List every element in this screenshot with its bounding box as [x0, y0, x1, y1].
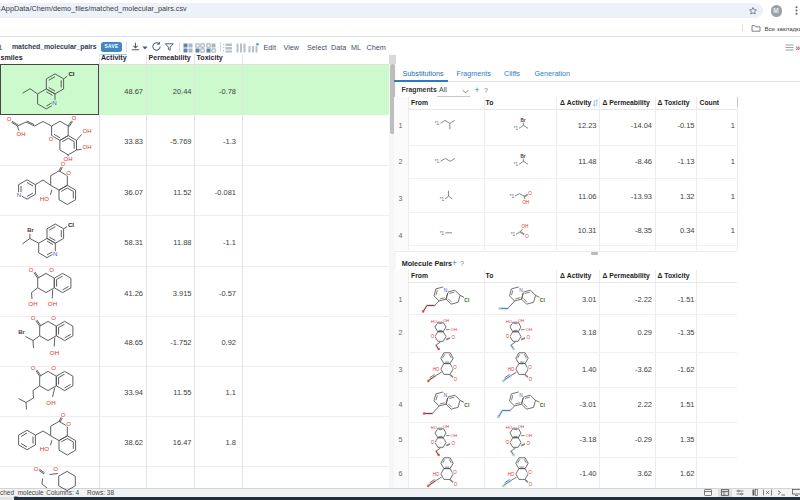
svg-text:N: N — [444, 393, 448, 398]
svg-text:Br: Br — [18, 329, 25, 335]
svg-text:OH: OH — [28, 300, 37, 307]
svg-text:Cl: Cl — [68, 221, 74, 228]
svg-text:O: O — [49, 267, 54, 273]
svg-text:O: O — [527, 441, 531, 446]
svg-text:HO: HO — [40, 195, 49, 202]
svg-text:O: O — [431, 334, 435, 339]
svg-text:*1: *1 — [435, 159, 440, 164]
svg-text:HO: HO — [508, 367, 515, 372]
svg-text:N: N — [444, 288, 448, 293]
svg-text:HO: HO — [431, 425, 438, 430]
svg-text:*1: *1 — [440, 197, 445, 202]
svg-text:OH: OH — [518, 424, 524, 429]
svg-text:Br: Br — [27, 227, 34, 233]
svg-text:HO: HO — [506, 425, 513, 430]
svg-text:N: N — [53, 250, 57, 257]
svg-text:N: N — [519, 288, 523, 293]
svg-text:OH: OH — [451, 433, 457, 438]
svg-text:O: O — [454, 377, 458, 382]
svg-text:OH: OH — [50, 349, 59, 356]
svg-text:O: O — [506, 440, 510, 445]
svg-text:O: O — [61, 161, 66, 167]
svg-text:*1: *1 — [514, 126, 519, 131]
svg-text:HO: HO — [433, 472, 440, 477]
svg-text:N: N — [519, 393, 523, 398]
svg-text:O: O — [506, 334, 510, 339]
svg-text:O: O — [453, 470, 457, 475]
svg-text:OH: OH — [523, 200, 530, 205]
svg-text:OH: OH — [17, 131, 26, 137]
svg-text:O: O — [29, 267, 34, 273]
svg-text:O: O — [528, 191, 532, 196]
svg-text:O: O — [31, 365, 36, 371]
svg-text:O: O — [61, 412, 66, 418]
svg-text:O: O — [454, 482, 458, 487]
svg-text:HO: HO — [433, 367, 440, 372]
svg-text:Cl: Cl — [540, 298, 546, 303]
svg-text:O: O — [72, 115, 77, 121]
svg-text:O: O — [7, 116, 12, 122]
svg-text:OH: OH — [443, 318, 449, 323]
svg-text:O: O — [53, 466, 58, 472]
svg-text:O: O — [525, 234, 529, 239]
svg-text:O: O — [528, 365, 532, 370]
svg-text:Cl: Cl — [464, 298, 470, 303]
svg-text:O: O — [529, 377, 533, 382]
svg-text:HO: HO — [508, 472, 515, 477]
svg-text:OH: OH — [518, 318, 524, 323]
svg-text:O: O — [49, 136, 54, 142]
svg-text:N: N — [52, 99, 56, 106]
svg-text:O: O — [527, 335, 531, 340]
svg-text:OH: OH — [83, 144, 92, 150]
svg-text:*1: *1 — [514, 162, 519, 167]
svg-text:OH: OH — [443, 424, 449, 429]
svg-text:O: O — [452, 335, 456, 340]
svg-text:*1: *1 — [511, 232, 516, 237]
svg-text:Cl: Cl — [540, 403, 546, 408]
svg-text:OH: OH — [83, 128, 92, 134]
svg-text:*1: *1 — [440, 231, 445, 236]
svg-text:O: O — [31, 315, 36, 321]
svg-text:O: O — [51, 365, 56, 371]
svg-text:*1: *1 — [510, 194, 515, 199]
svg-text:N: N — [17, 192, 21, 198]
svg-text:O: O — [51, 315, 56, 321]
svg-text:*1: *1 — [435, 121, 440, 126]
svg-text:OH: OH — [526, 327, 532, 332]
svg-text:OH: OH — [526, 433, 532, 438]
svg-text:OH: OH — [451, 327, 457, 332]
svg-text:OH: OH — [46, 399, 55, 406]
svg-text:O: O — [34, 466, 39, 472]
svg-text:O: O — [66, 170, 71, 176]
svg-text:Cl: Cl — [68, 70, 74, 77]
svg-text:HO: HO — [431, 319, 438, 324]
svg-text:O: O — [528, 470, 532, 475]
svg-text:Br: Br — [520, 154, 525, 159]
svg-text:O: O — [452, 441, 456, 446]
svg-text:OH: OH — [48, 300, 57, 307]
svg-text:O: O — [66, 421, 71, 427]
svg-text:O: O — [431, 440, 435, 445]
svg-text:HO: HO — [506, 319, 513, 324]
svg-text:HO: HO — [40, 445, 49, 452]
svg-text:O: O — [453, 365, 457, 370]
svg-text:O: O — [529, 482, 533, 487]
svg-text:OH: OH — [522, 224, 529, 229]
svg-text:Cl: Cl — [464, 403, 470, 408]
svg-text:Br: Br — [520, 118, 525, 123]
